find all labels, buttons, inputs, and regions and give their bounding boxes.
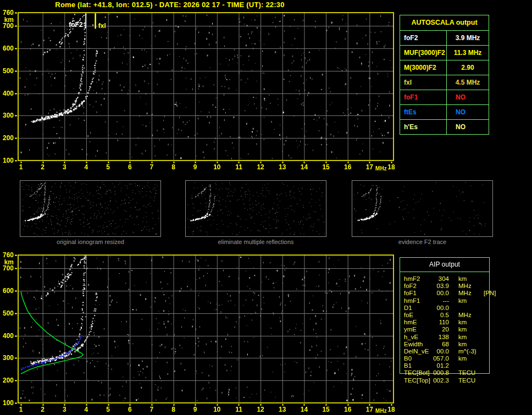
aip-cell: km <box>458 326 480 333</box>
thumbnail-evidence-F2-trace <box>352 180 493 237</box>
aip-row: D100.0 <box>404 305 497 312</box>
autoscala-row: foF23.9 MHz <box>400 31 489 46</box>
autoscala-row: ftEsNO <box>400 105 489 120</box>
aip-cell: 0.5 <box>433 312 449 319</box>
autoscala-output-table: AUTOSCALA output foF23.9 MHzMUF(3000)F21… <box>400 15 489 135</box>
aip-cell: km <box>458 334 480 341</box>
aip-row: foE0.5MHz <box>404 312 497 319</box>
aip-cell: TEC[Bot] <box>404 369 433 377</box>
aip-row: ymE20km <box>404 326 497 333</box>
aip-cell: km <box>458 275 480 283</box>
aip-cell: 00.0 <box>433 305 449 312</box>
autoscala-row-label: MUF(3000)F2 <box>400 46 447 60</box>
autoscala-row: MUF(3000)F211.3 MHz <box>400 46 489 60</box>
aip-cell: 03.9 <box>433 283 449 290</box>
aip-cell: DelN_vE <box>404 348 433 355</box>
aip-cell: 20 <box>433 326 449 333</box>
autoscala-row: h'EsNO <box>400 120 489 134</box>
aip-row: hmE110km <box>404 319 497 326</box>
aip-cell: 01.2 <box>433 362 449 369</box>
aip-cell: h_vE <box>404 334 433 341</box>
autoscala-row-label: foF2 <box>400 31 447 45</box>
aip-row: h_vE138km <box>404 334 497 341</box>
aip-cell: m^(-3) <box>458 348 480 355</box>
aip-cell: foF1 <box>404 290 433 297</box>
aip-cell: km <box>458 297 480 305</box>
aip-row: DelN_vE00.0m^(-3) <box>404 348 497 355</box>
autoscala-table-header: AUTOSCALA output <box>400 15 489 31</box>
ionogram-bottom-canvas <box>0 251 401 414</box>
thumbnail-original-ionogram-resized <box>20 180 161 237</box>
aip-cell: B1 <box>404 362 433 369</box>
autoscala-row-value: 2.90 <box>447 64 489 71</box>
aip-cell: hmF1 <box>404 297 433 305</box>
aip-row: TEC[Bot]000.8TECU <box>404 369 497 377</box>
aip-cell: TECU <box>458 377 480 384</box>
aip-cell: km <box>458 319 480 326</box>
autoscala-row-value: 3.9 MHz <box>447 34 489 42</box>
aip-cell: MHz <box>458 312 480 319</box>
aip-cell: [PN] <box>484 290 496 297</box>
aip-cell: 00.0 <box>433 290 449 297</box>
aip-cell: D1 <box>404 305 433 312</box>
aip-cell: TECU <box>458 369 480 377</box>
aip-cell: TEC[Top] <box>404 377 433 384</box>
aip-row: TEC[Top]002.3TECU <box>404 377 497 384</box>
aip-cell: 000.8 <box>433 369 449 377</box>
aip-cell: hmF2 <box>404 275 433 283</box>
aip-cell: MHz <box>458 283 480 290</box>
aip-cell: 002.3 <box>433 377 449 384</box>
aip-cell: hmE <box>404 319 433 326</box>
aip-cell: 68 <box>433 341 449 348</box>
aip-cell: 110 <box>433 319 449 326</box>
aip-cell: B0 <box>404 355 433 362</box>
thumbnail-eliminate-multiple-reflections <box>185 180 326 237</box>
autoscala-row-label: fxI <box>400 75 447 90</box>
aip-table-rows: hmF2304kmfoF203.9MHzfoF100.0MHz[PN]hmF1-… <box>404 275 497 384</box>
aip-cell: ymE <box>404 326 433 333</box>
aip-table-header: AIP output <box>400 258 489 272</box>
thumbnail-caption: eliminate multiple reflections <box>185 239 326 245</box>
autoscala-row: fxI4.5 MHz <box>400 75 489 90</box>
aip-row: B0057.0km <box>404 355 497 362</box>
autoscala-row-label: ftEs <box>400 105 447 119</box>
aip-row: hmF1---km <box>404 297 497 305</box>
aip-row: foF100.0MHz[PN] <box>404 290 497 297</box>
aip-cell: foE <box>404 312 433 319</box>
autoscala-row: foF1NO <box>400 90 489 105</box>
window-title: Rome (lat: +41.8, lon: 012.5) - DATE: 20… <box>0 1 340 9</box>
autoscala-row-value: 11.3 MHz <box>447 49 489 57</box>
autoscala-row-label: h'Es <box>400 120 447 134</box>
autoscala-table-rows: foF23.9 MHzMUF(3000)F211.3 MHzM(3000)F22… <box>400 31 489 134</box>
autoscala-row-label: M(3000)F2 <box>400 60 447 75</box>
autoscala-row: M(3000)F22.90 <box>400 60 489 75</box>
aip-cell: Ewidth <box>404 341 433 348</box>
aip-cell: foF2 <box>404 283 433 290</box>
aip-cell: 00.0 <box>433 348 449 355</box>
ionogram-top-canvas <box>0 9 401 171</box>
autoscala-row-value: NO <box>447 93 489 101</box>
aip-row: foF203.9MHz <box>404 283 497 290</box>
aip-cell: 057.0 <box>433 355 449 362</box>
autoscala-row-value: NO <box>447 123 489 131</box>
aip-cell <box>458 362 480 369</box>
aip-cell: MHz <box>458 290 480 297</box>
aip-cell: km <box>458 355 480 362</box>
aip-cell: km <box>458 341 480 348</box>
aip-cell: 304 <box>433 275 449 283</box>
aip-row: Ewidth68km <box>404 341 497 348</box>
aip-row: hmF2304km <box>404 275 497 283</box>
autoscala-row-value: NO <box>447 108 489 116</box>
thumbnail-caption: evidence F2 trace <box>352 239 493 245</box>
aip-row: B101.2 <box>404 362 497 369</box>
thumbnail-caption: original ionogram resized <box>20 239 161 245</box>
aip-cell: --- <box>433 297 449 305</box>
autoscala-row-value: 4.5 MHz <box>447 79 489 86</box>
autoscala-row-label: foF1 <box>400 90 447 104</box>
aip-cell: 138 <box>433 334 449 341</box>
aip-cell <box>458 305 480 312</box>
